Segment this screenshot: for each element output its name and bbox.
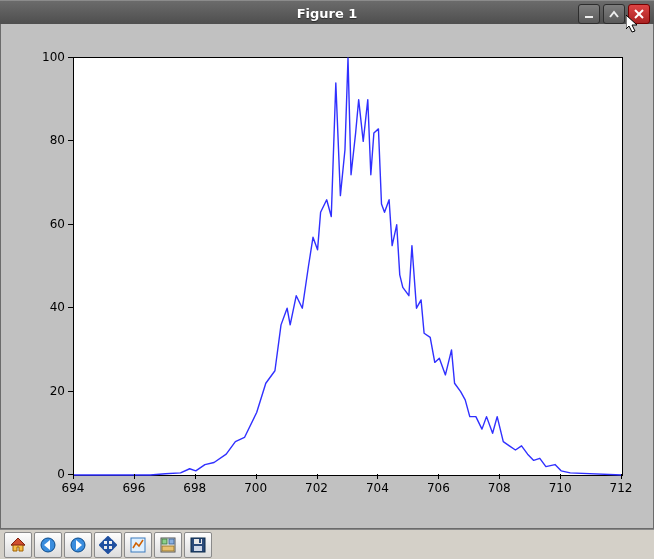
close-icon: [634, 9, 644, 19]
y-tick: [68, 391, 73, 392]
svg-rect-18: [162, 539, 167, 544]
svg-marker-15: [113, 542, 116, 548]
x-tick-label: 696: [122, 481, 145, 495]
window-title: Figure 1: [297, 6, 358, 21]
maximize-icon: [609, 9, 619, 19]
x-tick-label: 702: [305, 481, 328, 495]
chart-line: [74, 58, 622, 475]
y-tick-label: 100: [42, 50, 65, 64]
chart-axes: [73, 57, 623, 476]
subplots-button[interactable]: [154, 532, 182, 558]
forward-icon: [69, 536, 87, 554]
window-titlebar: Figure 1: [0, 0, 654, 26]
svg-marker-5: [11, 538, 25, 545]
x-tick: [438, 474, 439, 479]
home-icon: [9, 536, 27, 554]
save-button[interactable]: [184, 532, 212, 558]
svg-rect-24: [199, 539, 201, 543]
x-tick: [134, 474, 135, 479]
x-tick-label: 700: [244, 481, 267, 495]
svg-rect-20: [162, 546, 174, 551]
pan-icon: [99, 536, 117, 554]
x-tick-label: 704: [366, 481, 389, 495]
y-tick: [68, 57, 73, 58]
window-buttons: [578, 4, 650, 24]
pan-button[interactable]: [94, 532, 122, 558]
x-tick: [256, 474, 257, 479]
nav-toolbar: [0, 529, 654, 559]
svg-marker-14: [100, 542, 103, 548]
y-tick-label: 60: [50, 217, 65, 231]
x-tick: [377, 474, 378, 479]
x-tick-label: 708: [488, 481, 511, 495]
forward-button[interactable]: [64, 532, 92, 558]
zoom-icon: [129, 536, 147, 554]
home-button[interactable]: [4, 532, 32, 558]
x-tick: [195, 474, 196, 479]
close-button[interactable]: [628, 4, 650, 24]
x-tick-label: 706: [427, 481, 450, 495]
y-tick: [68, 307, 73, 308]
back-icon: [39, 536, 57, 554]
x-tick-label: 710: [549, 481, 572, 495]
y-tick-label: 40: [50, 300, 65, 314]
minimize-icon: [584, 9, 594, 19]
minimize-button[interactable]: [578, 4, 600, 24]
svg-rect-19: [169, 539, 174, 544]
y-tick: [68, 140, 73, 141]
back-button[interactable]: [34, 532, 62, 558]
maximize-button[interactable]: [603, 4, 625, 24]
y-tick-label: 80: [50, 133, 65, 147]
x-tick: [317, 474, 318, 479]
y-tick: [68, 474, 73, 475]
y-tick-label: 0: [57, 467, 65, 481]
x-tick: [560, 474, 561, 479]
x-tick-label: 698: [183, 481, 206, 495]
x-tick-label: 712: [610, 481, 633, 495]
y-tick: [68, 224, 73, 225]
save-icon: [189, 536, 207, 554]
svg-rect-23: [194, 546, 202, 551]
figure-canvas[interactable]: 6946966987007027047067087107120204060801…: [0, 24, 654, 529]
subplots-icon: [159, 536, 177, 554]
x-tick: [499, 474, 500, 479]
x-tick: [73, 474, 74, 479]
x-tick: [621, 474, 622, 479]
svg-marker-12: [105, 537, 111, 540]
y-tick-label: 20: [50, 384, 65, 398]
svg-marker-13: [105, 550, 111, 553]
zoom-button[interactable]: [124, 532, 152, 558]
x-tick-label: 694: [62, 481, 85, 495]
